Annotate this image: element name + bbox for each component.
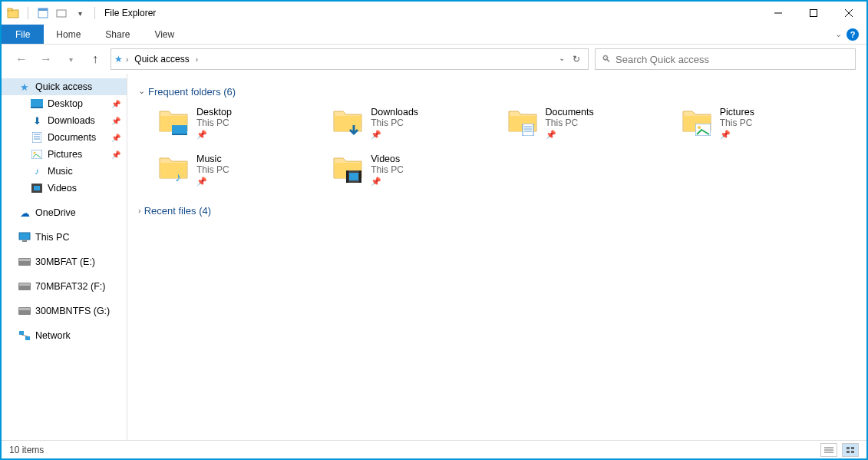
svg-rect-4 — [57, 10, 66, 17]
address-dropdown-icon[interactable]: ⌄ — [559, 54, 565, 65]
svg-rect-47 — [851, 447, 854, 449]
svg-rect-18 — [34, 186, 40, 190]
svg-rect-3 — [38, 8, 48, 11]
folder-icon — [682, 107, 712, 137]
music-icon: ♪ — [31, 165, 43, 177]
ribbon-expand-icon[interactable]: ⌄ — [835, 29, 842, 39]
folder-icon — [332, 107, 363, 137]
status-bar: 10 items — [2, 440, 866, 458]
document-icon — [31, 131, 43, 144]
chevron-down-icon: ⌄ — [138, 86, 145, 96]
section-recent-files[interactable]: › Recent files (4) — [138, 205, 856, 217]
pin-icon: 📌 — [196, 177, 229, 187]
search-input[interactable] — [616, 54, 849, 65]
svg-rect-32 — [523, 124, 533, 136]
new-folder-icon[interactable] — [54, 6, 68, 20]
svg-rect-30 — [172, 125, 187, 134]
tab-file[interactable]: File — [2, 25, 44, 44]
chevron-right-icon[interactable]: › — [196, 55, 198, 64]
svg-rect-40 — [349, 173, 358, 180]
folder-icon — [158, 107, 189, 137]
svg-line-29 — [21, 335, 28, 336]
maximize-button[interactable] — [796, 2, 831, 25]
drive-icon — [18, 305, 31, 317]
details-view-button[interactable] — [820, 443, 837, 457]
chevron-right-icon[interactable]: › — [126, 55, 128, 64]
close-button[interactable] — [831, 2, 866, 25]
tab-share[interactable]: Share — [93, 25, 142, 44]
refresh-icon[interactable]: ↻ — [573, 54, 580, 65]
nav-quick-access[interactable]: ★ Quick access — [2, 78, 127, 95]
nav-music[interactable]: ♪ Music — [2, 163, 127, 180]
svg-rect-10 — [31, 107, 43, 108]
window-title: File Explorer — [104, 8, 156, 18]
nav-drive-g[interactable]: 300MBNTFS (G:) — [2, 303, 127, 319]
svg-rect-22 — [19, 259, 30, 261]
pin-icon: 📌 — [111, 151, 120, 159]
folder-item[interactable]: Downloads This PC 📌 — [332, 107, 507, 140]
nav-network[interactable]: Network — [2, 327, 127, 344]
status-item-count: 10 items — [9, 445, 44, 455]
breadcrumb-location[interactable]: Quick access — [131, 54, 192, 65]
properties-icon[interactable] — [36, 6, 50, 20]
folder-item[interactable]: Desktop This PC 📌 — [158, 107, 332, 140]
search-icon: 🔍︎ — [602, 54, 611, 65]
folder-name: Documents — [546, 107, 594, 117]
onedrive-icon: ☁ — [18, 207, 31, 219]
address-bar[interactable]: ★ › Quick access › ⌄ ↻ — [111, 48, 589, 70]
folder-icon: ♪ — [158, 154, 189, 184]
qat-dropdown-icon[interactable]: ▾ — [73, 6, 87, 20]
nav-videos[interactable]: Videos — [2, 180, 127, 197]
svg-rect-1 — [8, 8, 12, 11]
pin-icon: 📌 — [111, 117, 120, 125]
icons-view-button[interactable] — [842, 443, 859, 457]
svg-rect-31 — [172, 134, 187, 135]
search-box[interactable]: 🔍︎ — [595, 48, 856, 70]
section-frequent-folders[interactable]: ⌄ Frequent folders (6) — [138, 86, 856, 98]
folder-item[interactable]: ♪ Music This PC 📌 — [158, 154, 332, 187]
nav-downloads[interactable]: ⬇ Downloads 📌 — [2, 112, 127, 129]
back-button[interactable]: ← — [12, 50, 31, 68]
folder-item[interactable]: Pictures This PC 📌 — [682, 107, 856, 140]
nav-drive-e[interactable]: 30MBFAT (E:) — [2, 253, 127, 270]
nav-this-pc[interactable]: This PC — [2, 229, 127, 246]
svg-rect-9 — [31, 99, 43, 107]
nav-desktop[interactable]: Desktop 📌 — [2, 95, 127, 112]
tab-home[interactable]: Home — [44, 25, 93, 44]
folder-item[interactable]: Videos This PC 📌 — [332, 154, 507, 187]
monitor-icon — [18, 231, 31, 243]
svg-rect-15 — [31, 150, 42, 159]
help-icon[interactable]: ? — [847, 28, 859, 41]
folder-location: This PC — [196, 164, 229, 175]
folder-item[interactable]: Documents This PC 📌 — [507, 107, 682, 140]
explorer-icon — [6, 6, 20, 20]
minimize-button[interactable] — [761, 2, 796, 25]
svg-rect-42 — [359, 170, 361, 183]
up-button[interactable]: ↑ — [86, 50, 104, 68]
nav-documents[interactable]: Documents 📌 — [2, 129, 127, 146]
svg-rect-19 — [19, 233, 30, 240]
pin-icon: 📌 — [196, 130, 232, 140]
svg-rect-49 — [851, 451, 854, 453]
folder-icon — [332, 154, 363, 184]
svg-rect-41 — [346, 170, 348, 183]
nav-pictures[interactable]: Pictures 📌 — [2, 146, 127, 163]
folder-name: Pictures — [720, 107, 754, 117]
nav-drive-f[interactable]: 70MBFAT32 (F:) — [2, 278, 127, 295]
svg-rect-48 — [847, 451, 850, 453]
pin-icon: 📌 — [371, 130, 418, 140]
tab-view[interactable]: View — [142, 25, 186, 44]
ribbon-tabs: File Home Share View ⌄ ? — [2, 25, 866, 45]
forward-button[interactable]: → — [37, 50, 55, 68]
svg-point-37 — [698, 126, 701, 129]
nav-onedrive[interactable]: ☁ OneDrive — [2, 204, 127, 221]
svg-rect-46 — [847, 447, 850, 449]
svg-rect-11 — [32, 132, 41, 143]
download-icon: ⬇ — [31, 114, 43, 127]
content-area: ⌄ Frequent folders (6) Desktop This PC 📌… — [127, 74, 866, 440]
drive-icon — [18, 256, 31, 268]
recent-dropdown-icon[interactable]: ▾ — [61, 50, 80, 68]
folder-location: This PC — [720, 117, 754, 128]
network-icon — [18, 329, 31, 342]
folder-name: Music — [196, 154, 229, 164]
